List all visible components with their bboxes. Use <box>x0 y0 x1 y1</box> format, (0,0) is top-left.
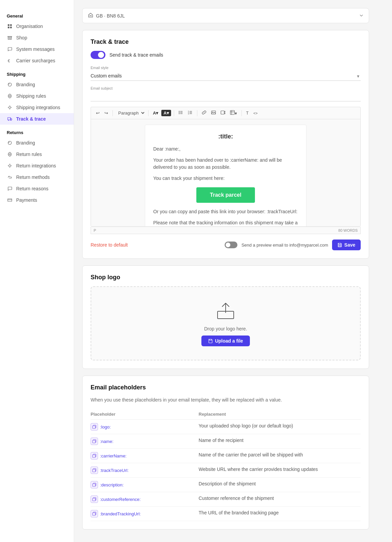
placeholder-copy-icon[interactable] <box>91 467 98 474</box>
sidebar-item-system-messages[interactable]: System messages <box>0 43 74 55</box>
sidebar-item-label: Branding <box>16 140 35 146</box>
sidebar-returns-title: Returns <box>0 127 74 137</box>
svg-rect-0 <box>8 24 9 26</box>
editor-content-area[interactable]: :title: Dear :name:, Your order has been… <box>91 119 361 227</box>
placeholder-tag: :name: <box>91 438 113 445</box>
chevron-down-icon <box>359 13 363 19</box>
font-color-button[interactable]: A▾ <box>151 109 160 117</box>
placeholder-copy-icon[interactable] <box>91 423 98 431</box>
svg-point-8 <box>11 120 11 121</box>
paragraph-select[interactable]: Paragraph <box>116 109 145 117</box>
sidebar-item-return-methods[interactable]: Return methods <box>0 171 74 183</box>
sidebar-general-title: General <box>0 11 74 21</box>
placeholder-copy-icon[interactable] <box>91 438 98 445</box>
sidebar-item-label: System messages <box>16 46 55 52</box>
sidebar-item-shop[interactable]: Shop <box>0 32 74 43</box>
placeholder-copy-icon[interactable] <box>91 510 98 517</box>
placeholders-description: When you use these placeholders in your … <box>91 396 361 404</box>
placeholder-tag: :brandedTrackingUrl: <box>91 510 141 517</box>
email-style-label: Email style <box>91 66 361 70</box>
table-row: :logo: Your uploaded shop logo (or our d… <box>91 420 361 434</box>
euro-icon: € <box>7 58 13 64</box>
track-parcel-button[interactable]: Track parcel <box>196 187 255 203</box>
location-bar[interactable]: GB · BN8 6JL <box>82 8 369 23</box>
sidebar-item-label: Organisation <box>16 24 43 29</box>
send-emails-toggle[interactable] <box>91 51 105 59</box>
upload-drop-area[interactable]: Drop your logo here. Upload a file <box>91 286 361 360</box>
placeholder-copy-icon[interactable] <box>91 496 98 503</box>
highlight-button[interactable]: A▾ <box>161 110 171 116</box>
message-icon <box>7 46 13 52</box>
sidebar-item-carrier-surcharges[interactable]: € Carrier surcharges <box>0 55 74 66</box>
redo-button[interactable]: ↪ <box>103 109 110 117</box>
sidebar-item-branding-returns[interactable]: Branding <box>0 137 74 149</box>
table-button[interactable]: ▾ <box>228 109 239 117</box>
sidebar-item-return-rules[interactable]: Return rules <box>0 149 74 160</box>
bullet-list-button[interactable] <box>177 109 185 117</box>
svg-rect-21 <box>230 110 234 115</box>
image-button[interactable] <box>209 109 218 117</box>
svg-rect-26 <box>93 469 95 472</box>
sidebar-item-label: Branding <box>16 82 35 87</box>
email-note: Please note that the tracking informatio… <box>153 219 298 227</box>
svg-rect-29 <box>93 513 95 515</box>
email-body: Dear :name:, Your order has been handed … <box>153 146 298 227</box>
sidebar-item-branding-shipping[interactable]: Branding <box>0 79 74 90</box>
replacement-text: Name of the recipient <box>199 434 361 449</box>
svg-rect-1 <box>10 24 12 26</box>
sidebar-item-label: Track & trace <box>16 116 46 122</box>
svg-rect-25 <box>93 455 95 457</box>
sidebar-item-shipping-rules[interactable]: Shipping rules <box>0 90 74 102</box>
shop-icon <box>7 35 13 41</box>
svg-point-19 <box>212 111 213 112</box>
sidebar-item-return-integrations[interactable]: Return integrations <box>0 160 74 171</box>
rich-text-editor: ↩ ↪ Paragraph A▾ A▾ 1.2.3. <box>91 107 361 234</box>
svg-rect-23 <box>93 426 95 428</box>
svg-rect-11 <box>8 199 12 201</box>
upload-icon <box>215 300 236 322</box>
card-icon <box>7 197 13 203</box>
sidebar-item-track-trace[interactable]: Track & trace <box>0 113 74 125</box>
sidebar-item-label: Shipping integrations <box>16 105 60 110</box>
svg-point-7 <box>8 120 9 121</box>
clear-format-button[interactable]: T <box>244 110 250 117</box>
placeholder-tag-text: :carrierName: <box>100 453 127 458</box>
placeholder-copy-icon[interactable] <box>91 481 98 488</box>
undo-button[interactable]: ↩ <box>94 109 101 117</box>
placeholder-tag-text: :description: <box>100 482 124 487</box>
link-button[interactable] <box>200 109 208 117</box>
email-style-select[interactable]: Custom emails <box>91 71 361 81</box>
upload-file-button[interactable]: Upload a file <box>201 336 250 346</box>
num-list-button[interactable]: 1.2.3. <box>186 109 194 117</box>
video-button[interactable] <box>219 109 227 117</box>
save-button[interactable]: Save <box>332 240 361 250</box>
svg-text:€: € <box>8 59 10 63</box>
preview-email-toggle[interactable] <box>225 242 237 248</box>
sidebar-item-return-reasons[interactable]: Return reasons <box>0 183 74 194</box>
replacement-text: Name of the carrier the parcel will be s… <box>199 449 361 463</box>
sidebar-item-label: Carrier surcharges <box>16 58 55 63</box>
svg-point-10 <box>9 165 11 167</box>
table-row: :description: Description of the shipmen… <box>91 478 361 492</box>
email-track-text: You can track your shipment here: <box>153 175 298 182</box>
email-subject-input[interactable]: Your track and trace code <box>91 92 361 101</box>
placeholder-tag: :carrierName: <box>91 452 127 459</box>
placeholders-title: Email placeholders <box>91 384 361 391</box>
paint-icon <box>7 82 13 88</box>
code-button[interactable]: <> <box>252 110 259 116</box>
word-count: 80 WORDS <box>338 228 358 232</box>
sidebar-item-organisation[interactable]: Organisation <box>0 21 74 32</box>
sidebar-item-label: Shipping rules <box>16 93 46 99</box>
sidebar-item-payments[interactable]: Payments <box>0 194 74 206</box>
sidebar-item-shipping-integrations[interactable]: Shipping integrations <box>0 102 74 113</box>
email-placeholders-card: Email placeholders When you use these pl… <box>82 376 369 530</box>
svg-text:3.: 3. <box>188 113 189 115</box>
restore-default-link[interactable]: Restore to default <box>91 242 128 248</box>
sidebar-item-label: Return rules <box>16 152 42 157</box>
replacement-text: Description of the shipment <box>199 478 361 492</box>
email-subject-field: Email subject Your track and trace code <box>91 86 361 101</box>
placeholder-copy-icon[interactable] <box>91 452 98 459</box>
toolbar-divider-5 <box>241 110 242 116</box>
placeholders-table: Placeholder Replacement :logo: Your uplo… <box>91 409 361 521</box>
svg-rect-24 <box>93 440 95 443</box>
